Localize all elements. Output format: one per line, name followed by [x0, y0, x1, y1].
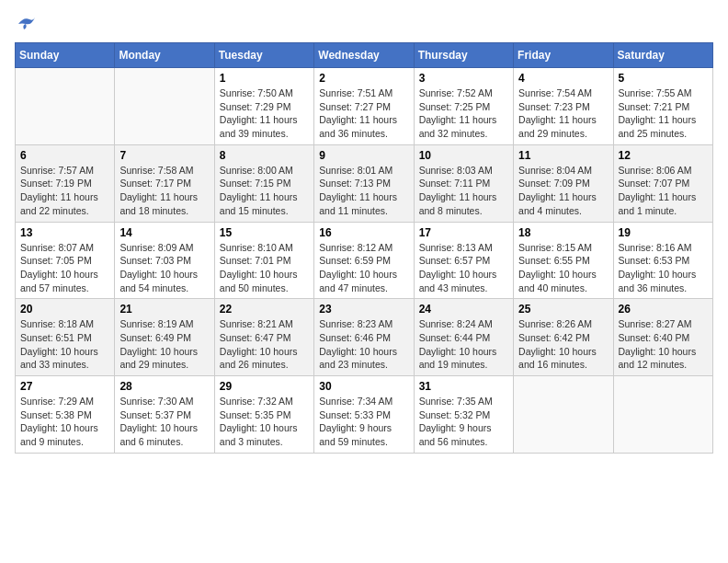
calendar-cell: 11Sunrise: 8:04 AM Sunset: 7:09 PM Dayli… — [514, 144, 613, 222]
day-number: 17 — [419, 226, 508, 239]
calendar-cell: 26Sunrise: 8:27 AM Sunset: 6:40 PM Dayli… — [613, 299, 712, 376]
day-info: Sunrise: 7:35 AM Sunset: 5:32 PM Dayligh… — [419, 395, 508, 449]
calendar-cell: 27Sunrise: 7:29 AM Sunset: 5:38 PM Dayli… — [16, 376, 115, 454]
day-number: 19 — [619, 226, 708, 239]
calendar-cell — [115, 68, 214, 145]
calendar-cell: 24Sunrise: 8:24 AM Sunset: 6:44 PM Dayli… — [414, 299, 513, 376]
calendar-cell: 16Sunrise: 8:12 AM Sunset: 6:59 PM Dayli… — [314, 222, 414, 299]
day-info: Sunrise: 8:26 AM Sunset: 6:42 PM Dayligh… — [518, 317, 608, 372]
calendar-cell — [613, 376, 712, 454]
day-info: Sunrise: 7:54 AM Sunset: 7:23 PM Dayligh… — [518, 86, 608, 141]
day-info: Sunrise: 7:50 AM Sunset: 7:29 PM Dayligh… — [220, 86, 309, 141]
day-info: Sunrise: 7:34 AM Sunset: 5:33 PM Dayligh… — [319, 395, 408, 449]
calendar-cell: 5Sunrise: 7:55 AM Sunset: 7:21 PM Daylig… — [613, 68, 712, 145]
day-info: Sunrise: 7:58 AM Sunset: 7:17 PM Dayligh… — [119, 164, 209, 218]
day-number: 9 — [319, 149, 408, 162]
day-number: 5 — [619, 72, 708, 85]
calendar-cell: 25Sunrise: 8:26 AM Sunset: 6:42 PM Dayli… — [514, 299, 613, 376]
day-number: 20 — [20, 303, 109, 316]
day-info: Sunrise: 8:07 AM Sunset: 7:05 PM Dayligh… — [20, 241, 109, 295]
day-info: Sunrise: 8:16 AM Sunset: 6:53 PM Dayligh… — [619, 241, 708, 295]
day-info: Sunrise: 8:06 AM Sunset: 7:07 PM Dayligh… — [619, 164, 708, 218]
day-number: 6 — [20, 149, 109, 162]
calendar-cell: 8Sunrise: 8:00 AM Sunset: 7:15 PM Daylig… — [214, 144, 313, 222]
calendar-cell: 1Sunrise: 7:50 AM Sunset: 7:29 PM Daylig… — [214, 68, 313, 145]
day-info: Sunrise: 7:57 AM Sunset: 7:19 PM Dayligh… — [20, 164, 109, 218]
day-number: 2 — [319, 72, 408, 85]
day-info: Sunrise: 8:24 AM Sunset: 6:44 PM Dayligh… — [419, 317, 508, 372]
day-info: Sunrise: 8:03 AM Sunset: 7:11 PM Dayligh… — [419, 164, 508, 218]
day-info: Sunrise: 8:04 AM Sunset: 7:09 PM Dayligh… — [518, 164, 608, 218]
calendar-cell: 21Sunrise: 8:19 AM Sunset: 6:49 PM Dayli… — [115, 299, 214, 376]
calendar-cell: 12Sunrise: 8:06 AM Sunset: 7:07 PM Dayli… — [613, 144, 712, 222]
calendar-cell: 17Sunrise: 8:13 AM Sunset: 6:57 PM Dayli… — [414, 222, 513, 299]
calendar-cell: 10Sunrise: 8:03 AM Sunset: 7:11 PM Dayli… — [414, 144, 513, 222]
day-info: Sunrise: 8:10 AM Sunset: 7:01 PM Dayligh… — [220, 241, 309, 295]
day-info: Sunrise: 8:23 AM Sunset: 6:46 PM Dayligh… — [319, 317, 408, 372]
calendar-day-header: Tuesday — [214, 43, 313, 68]
calendar-week-row: 6Sunrise: 7:57 AM Sunset: 7:19 PM Daylig… — [16, 144, 713, 222]
calendar-cell: 14Sunrise: 8:09 AM Sunset: 7:03 PM Dayli… — [115, 222, 214, 299]
day-number: 18 — [518, 226, 608, 239]
calendar-table: SundayMondayTuesdayWednesdayThursdayFrid… — [15, 42, 713, 454]
calendar-cell: 22Sunrise: 8:21 AM Sunset: 6:47 PM Dayli… — [214, 299, 313, 376]
day-info: Sunrise: 8:09 AM Sunset: 7:03 PM Dayligh… — [119, 241, 209, 295]
logo — [15, 15, 37, 31]
calendar-cell: 6Sunrise: 7:57 AM Sunset: 7:19 PM Daylig… — [16, 144, 115, 222]
day-number: 1 — [220, 72, 309, 85]
day-number: 24 — [419, 303, 508, 316]
day-info: Sunrise: 8:00 AM Sunset: 7:15 PM Dayligh… — [220, 164, 309, 218]
calendar-cell: 3Sunrise: 7:52 AM Sunset: 7:25 PM Daylig… — [414, 68, 513, 145]
calendar-week-row: 13Sunrise: 8:07 AM Sunset: 7:05 PM Dayli… — [16, 222, 713, 299]
calendar-cell — [514, 376, 613, 454]
day-info: Sunrise: 7:32 AM Sunset: 5:35 PM Dayligh… — [220, 395, 309, 449]
calendar-cell: 18Sunrise: 8:15 AM Sunset: 6:55 PM Dayli… — [514, 222, 613, 299]
day-number: 22 — [220, 303, 309, 316]
calendar-cell: 7Sunrise: 7:58 AM Sunset: 7:17 PM Daylig… — [115, 144, 214, 222]
day-number: 25 — [518, 303, 608, 316]
calendar-day-header: Thursday — [414, 43, 513, 68]
day-number: 7 — [119, 149, 209, 162]
day-number: 10 — [419, 149, 508, 162]
calendar-day-header: Sunday — [16, 43, 115, 68]
day-number: 31 — [419, 380, 508, 393]
day-info: Sunrise: 8:21 AM Sunset: 6:47 PM Dayligh… — [220, 317, 309, 372]
calendar-week-row: 1Sunrise: 7:50 AM Sunset: 7:29 PM Daylig… — [16, 68, 713, 145]
calendar-cell: 30Sunrise: 7:34 AM Sunset: 5:33 PM Dayli… — [314, 376, 414, 454]
day-info: Sunrise: 8:19 AM Sunset: 6:49 PM Dayligh… — [119, 317, 209, 372]
calendar-cell: 13Sunrise: 8:07 AM Sunset: 7:05 PM Dayli… — [16, 222, 115, 299]
day-info: Sunrise: 7:29 AM Sunset: 5:38 PM Dayligh… — [20, 395, 109, 449]
day-number: 15 — [220, 226, 309, 239]
logo-bird-icon — [17, 15, 37, 31]
day-info: Sunrise: 8:12 AM Sunset: 6:59 PM Dayligh… — [319, 241, 408, 295]
day-info: Sunrise: 8:15 AM Sunset: 6:55 PM Dayligh… — [518, 241, 608, 295]
calendar-day-header: Saturday — [613, 43, 712, 68]
day-number: 4 — [518, 72, 608, 85]
calendar-header-row: SundayMondayTuesdayWednesdayThursdayFrid… — [16, 43, 713, 68]
day-info: Sunrise: 8:27 AM Sunset: 6:40 PM Dayligh… — [619, 317, 708, 372]
calendar-day-header: Monday — [115, 43, 214, 68]
calendar-day-header: Friday — [514, 43, 613, 68]
page-header — [15, 15, 713, 31]
day-info: Sunrise: 8:01 AM Sunset: 7:13 PM Dayligh… — [319, 164, 408, 218]
day-number: 8 — [220, 149, 309, 162]
calendar-cell: 23Sunrise: 8:23 AM Sunset: 6:46 PM Dayli… — [314, 299, 414, 376]
day-info: Sunrise: 7:30 AM Sunset: 5:37 PM Dayligh… — [119, 395, 209, 449]
calendar-cell: 29Sunrise: 7:32 AM Sunset: 5:35 PM Dayli… — [214, 376, 313, 454]
calendar-cell — [16, 68, 115, 145]
calendar-cell: 15Sunrise: 8:10 AM Sunset: 7:01 PM Dayli… — [214, 222, 313, 299]
calendar-cell: 31Sunrise: 7:35 AM Sunset: 5:32 PM Dayli… — [414, 376, 513, 454]
day-number: 30 — [319, 380, 408, 393]
day-number: 14 — [119, 226, 209, 239]
calendar-cell: 9Sunrise: 8:01 AM Sunset: 7:13 PM Daylig… — [314, 144, 414, 222]
day-info: Sunrise: 8:18 AM Sunset: 6:51 PM Dayligh… — [20, 317, 109, 372]
calendar-week-row: 20Sunrise: 8:18 AM Sunset: 6:51 PM Dayli… — [16, 299, 713, 376]
calendar-cell: 28Sunrise: 7:30 AM Sunset: 5:37 PM Dayli… — [115, 376, 214, 454]
calendar-day-header: Wednesday — [314, 43, 414, 68]
day-number: 3 — [419, 72, 508, 85]
day-number: 23 — [319, 303, 408, 316]
day-number: 13 — [20, 226, 109, 239]
day-info: Sunrise: 8:13 AM Sunset: 6:57 PM Dayligh… — [419, 241, 508, 295]
day-number: 28 — [119, 380, 209, 393]
calendar-cell: 2Sunrise: 7:51 AM Sunset: 7:27 PM Daylig… — [314, 68, 414, 145]
